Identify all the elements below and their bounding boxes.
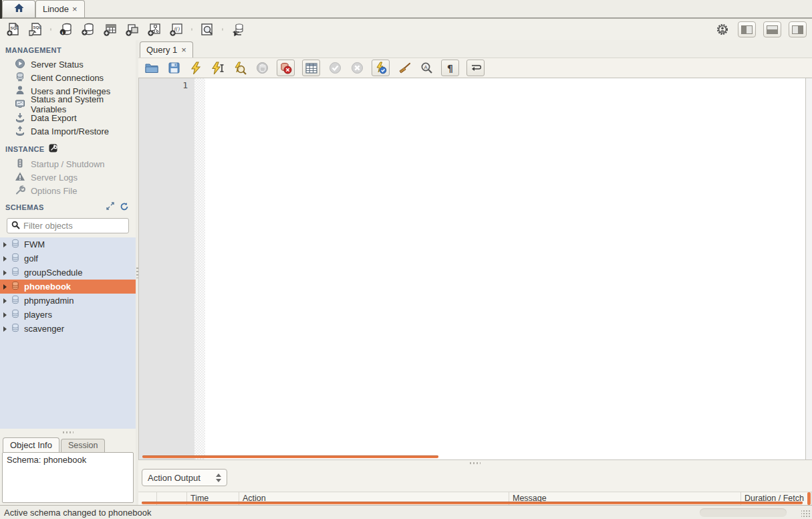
expander-icon[interactable] <box>3 284 7 290</box>
search-data-button[interactable] <box>199 21 215 37</box>
sql-editor-toolbar: A ¶ <box>138 58 812 78</box>
execute-button[interactable] <box>188 61 203 76</box>
expander-icon[interactable] <box>3 326 7 332</box>
svg-text:A: A <box>424 64 427 70</box>
schema-icon <box>11 309 20 320</box>
toggle-bottom-panel-button[interactable] <box>763 21 781 37</box>
schema-row-players[interactable]: players <box>0 308 136 322</box>
stop-button[interactable] <box>255 61 269 76</box>
sidebar-item-server-logs[interactable]: Server Logs <box>0 171 136 184</box>
editor-horizontal-scrollbar-thumb[interactable] <box>142 455 438 458</box>
save-script-button[interactable] <box>166 61 181 76</box>
tab-object-info[interactable]: Object Info <box>3 437 59 452</box>
schema-tree: FWM golf groupSchedule phonebook <box>0 237 136 429</box>
schema-name: players <box>24 310 52 320</box>
create-schema-button[interactable] <box>80 21 96 37</box>
output-panel: Action Output Time Action Message Durati… <box>138 465 812 505</box>
output-vertical-scrollbar-thumb[interactable] <box>807 492 811 505</box>
main-toolbar: SQL SQL i f() <box>0 19 812 40</box>
tab-session[interactable]: Session <box>61 439 105 452</box>
schema-icon <box>11 267 20 278</box>
create-table-button[interactable] <box>102 21 118 37</box>
toggle-wrap-button[interactable] <box>466 60 485 76</box>
schema-row-fwm[interactable]: FWM <box>0 237 136 251</box>
sidebar-item-label: Client Connections <box>31 73 104 83</box>
toggle-autocommit-button[interactable] <box>372 60 390 76</box>
reconnect-database-button[interactable] <box>230 21 246 37</box>
sidebar-item-options-file[interactable]: Options File <box>0 184 136 197</box>
open-script-button[interactable] <box>144 61 159 76</box>
schema-row-scavenger[interactable]: scavenger <box>0 322 136 336</box>
refresh-schemas-icon[interactable] <box>118 201 129 211</box>
sidebar-item-startup-shutdown[interactable]: Startup / Shutdown <box>0 157 136 171</box>
expander-icon[interactable] <box>3 256 7 262</box>
instance-section-title: INSTANCE <box>0 138 136 157</box>
toggle-invisible-chars-button[interactable]: ¶ <box>441 60 459 76</box>
schema-icon <box>11 295 20 306</box>
query-tab[interactable]: Query 1 × <box>140 41 193 58</box>
schema-name: FWM <box>24 239 45 249</box>
rollback-button[interactable] <box>350 61 364 76</box>
sidebar-item-system-variables[interactable]: Status and System Variables <box>0 98 136 111</box>
expander-icon[interactable] <box>3 270 7 276</box>
pilcrow-icon: ¶ <box>447 63 453 74</box>
toggle-left-panel-button[interactable] <box>738 21 756 37</box>
content-area: MANAGEMENT Server Status Client Connecti… <box>0 40 812 505</box>
output-view-selector[interactable]: Action Output <box>142 469 227 486</box>
schema-row-groupschedule[interactable]: groupSchedule <box>0 266 136 280</box>
open-sql-script-button[interactable]: SQL <box>27 21 43 37</box>
close-tab-icon[interactable]: × <box>72 5 78 13</box>
code-area[interactable] <box>205 78 805 459</box>
schema-name: scavenger <box>24 324 64 334</box>
management-section-title: MANAGEMENT <box>0 40 136 58</box>
beautify-button[interactable] <box>397 61 412 76</box>
sidebar-horizontal-splitter[interactable] <box>0 429 136 435</box>
close-query-tab-icon[interactable]: × <box>181 45 186 54</box>
svg-text:i: i <box>62 30 63 35</box>
toolbar-separator <box>50 28 51 31</box>
object-info-content: Schema: phonebook <box>2 452 134 503</box>
resize-grip[interactable] <box>801 509 811 518</box>
new-sql-tab-button[interactable]: SQL <box>5 21 21 37</box>
query-tab-label: Query 1 <box>146 45 177 55</box>
connection-tab[interactable]: Linode × <box>35 0 85 17</box>
expander-icon[interactable] <box>3 298 7 304</box>
database-inspector-button[interactable]: i <box>58 21 74 37</box>
sql-code-editor[interactable]: 1 <box>138 78 812 459</box>
server-status-icon <box>15 58 25 71</box>
commit-button[interactable] <box>327 61 342 76</box>
expand-schemas-icon[interactable] <box>105 201 116 211</box>
editor-vertical-scrollbar[interactable] <box>805 78 812 459</box>
sidebar-item-data-export[interactable]: Data Export <box>0 111 136 124</box>
sidebar-item-client-connections[interactable]: Client Connections <box>0 71 136 84</box>
sidebar-item-data-import[interactable]: Data Import/Restore <box>0 124 136 138</box>
status-message: Active schema changed to phonebook <box>4 508 151 518</box>
create-procedure-button[interactable] <box>146 21 162 37</box>
create-view-button[interactable] <box>124 21 140 37</box>
home-tab[interactable] <box>2 0 35 17</box>
toggle-stop-on-error-button[interactable] <box>277 60 295 76</box>
expander-icon[interactable] <box>3 312 7 318</box>
status-bar: Active schema changed to phonebook <box>0 505 812 519</box>
schema-icon <box>11 281 20 292</box>
create-function-button[interactable]: f() <box>168 21 184 37</box>
schemas-section-header: SCHEMAS <box>0 197 136 215</box>
toggle-right-panel-button[interactable] <box>789 21 807 37</box>
schema-filter <box>7 218 129 233</box>
explain-button[interactable] <box>233 61 247 76</box>
output-splitter[interactable] <box>138 459 812 465</box>
expander-icon[interactable] <box>3 242 7 247</box>
limit-rows-button[interactable] <box>302 60 320 76</box>
schema-row-phpmyadmin[interactable]: phpmyadmin <box>0 294 136 308</box>
output-horizontal-scrollbar-thumb[interactable] <box>142 502 803 504</box>
schema-row-phonebook[interactable]: phonebook <box>0 280 136 294</box>
sidebar-item-server-status[interactable]: Server Status <box>0 58 136 71</box>
execute-current-button[interactable] <box>211 61 225 76</box>
filter-objects-input[interactable] <box>23 221 124 231</box>
schema-row-golf[interactable]: golf <box>0 251 136 266</box>
find-button[interactable]: A <box>419 61 434 76</box>
admin-gear-icon[interactable] <box>714 21 730 37</box>
query-tabstrip: Query 1 × <box>138 40 812 58</box>
toolbar-separator <box>191 28 192 31</box>
window-tabbar: Linode × <box>0 0 812 19</box>
